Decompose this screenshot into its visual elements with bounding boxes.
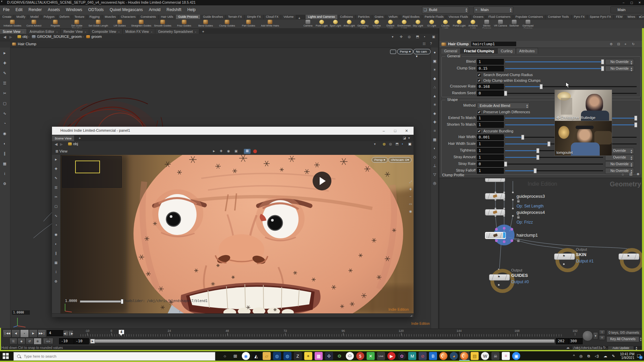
menu-quixel-megascans[interactable]: Quixel Megascans	[107, 5, 146, 12]
shelf-tool-smooth-guides[interactable]: Smooth Guides	[152, 19, 173, 27]
param-extend-to-match-slider-handle[interactable]	[634, 116, 637, 121]
shelf-tab-guide-process[interactable]: Guide Process	[176, 15, 201, 19]
notification-icon[interactable]: ❏ 4	[637, 354, 641, 358]
param-blend-override[interactable]: No Override▲▼	[605, 59, 634, 65]
shelf-tab-fluid-containers[interactable]: Fluid Containers	[486, 15, 513, 19]
chrome-slot[interactable]: ◉	[240, 351, 251, 361]
shelf-tab-populate-containers[interactable]: Populate Containers	[513, 15, 546, 19]
frame-ruler[interactable]: -100244872961201441681924	[74, 329, 567, 338]
select-icon[interactable]: ►	[53, 158, 59, 161]
blue-app-slot[interactable]: ◍	[272, 351, 282, 361]
search-input[interactable]	[23, 354, 199, 359]
pane-split-icon[interactable]: ◪	[403, 136, 406, 140]
param-blend-slider-handle[interactable]	[601, 59, 604, 64]
param-blend-field[interactable]: 1	[477, 59, 504, 65]
paint-app-slot[interactable]: ✦	[303, 351, 313, 361]
cortana-slot[interactable]: ○	[220, 351, 230, 361]
close-tab-icon[interactable]: ×	[195, 31, 197, 34]
favorites-dropdown-icon[interactable]: ▾	[392, 35, 393, 39]
help-icon[interactable]: ?	[430, 42, 432, 46]
param-hair-width-scale-field[interactable]: 1	[477, 141, 504, 147]
ableton-live-slot[interactable]: Live	[376, 351, 386, 361]
taskbar-search[interactable]	[13, 352, 215, 361]
snapshot-icon[interactable]: ◎	[408, 35, 411, 39]
cut-icon[interactable]: ✂	[1, 91, 8, 96]
spinner-icon[interactable]: ▲▼	[630, 149, 633, 154]
viewport-side-icons[interactable]: ⤢✚−▭◉	[408, 178, 413, 215]
maximize-button[interactable]: ▢	[629, 1, 635, 5]
close-tab-icon[interactable]: ×	[118, 31, 120, 34]
close-tab-icon[interactable]: ×	[85, 31, 86, 34]
state-icon[interactable]: ◍	[383, 142, 386, 146]
main-menu-right[interactable]: Main▲▼	[610, 6, 644, 13]
zoom-slot[interactable]: ▣	[511, 351, 522, 361]
minimize-button[interactable]: –	[378, 127, 389, 135]
shelf-tab-guide-brushes[interactable]: Guide Brushes	[201, 15, 226, 19]
memory-icon[interactable]: ☁	[566, 346, 570, 349]
breadcrumb-item-groom[interactable]: groom	[91, 35, 102, 39]
shelf-tab-fem[interactable]: FEM	[614, 15, 625, 19]
shelf-tab-simple-fx[interactable]: Simple FX	[245, 15, 264, 19]
file-explorer-slot[interactable]: ▱	[261, 351, 272, 361]
shelf-tool-initialize-guides[interactable]: Initialize Guides	[2, 19, 23, 27]
dollar-app-slot[interactable]: $	[355, 351, 365, 361]
template-icon[interactable]: ▽	[431, 172, 438, 177]
param-tightness-field[interactable]: 1	[477, 148, 504, 154]
dec-frame-button[interactable]: ◀❘	[63, 330, 68, 337]
shelf-tab-cloud-fx[interactable]: Cloud FX	[264, 15, 281, 19]
blender-slot[interactable]: ◕	[449, 351, 459, 361]
node-output-right-ring[interactable]	[620, 248, 642, 272]
pane-menu-icon[interactable]: ▾	[408, 136, 410, 140]
play-button[interactable]: ▶	[29, 329, 38, 338]
projection-pill[interactable]: Persp ▾	[372, 157, 388, 163]
record-icon[interactable]	[253, 149, 257, 153]
display-icon[interactable]: ◎	[431, 181, 438, 185]
param-random-seed-slider-handle[interactable]	[504, 91, 507, 96]
shelf-tab-rigid-bodies[interactable]: Rigid Bodies	[400, 15, 422, 19]
shelf-tool-portal-light[interactable]: Portal Light	[452, 19, 466, 29]
volume-tray-icon[interactable]: ◁)	[595, 354, 599, 358]
objects-icon[interactable]: ◆	[431, 76, 438, 81]
cut-icon[interactable]: ✂	[53, 195, 59, 199]
display-cube-icon[interactable]: ⬒	[416, 35, 419, 39]
spinner-icon[interactable]: ▲▼	[630, 67, 633, 72]
sculpt-icon[interactable]: ◔	[53, 223, 59, 227]
menu-help[interactable]: Help	[184, 5, 199, 12]
breadcrumb[interactable]: obj	[66, 142, 78, 147]
pin-icon[interactable]: ✜	[400, 35, 402, 39]
ramp-edit-icon[interactable]: ▤	[629, 172, 632, 176]
shelf-tool-gamepad-camera[interactable]: Gamepad Camera	[521, 19, 535, 29]
param-clump-size-field[interactable]: 0.15	[477, 66, 504, 71]
shelf-tool-ambient-light[interactable]: Ambient Light	[466, 19, 480, 29]
network-editor[interactable]: Indie Edition Geometry	[439, 178, 642, 328]
hud-slider-track[interactable]	[80, 300, 123, 303]
param-clump-size-slider-handle[interactable]	[601, 66, 604, 71]
shelf-tool-spot-light[interactable]: Spot Light	[329, 19, 342, 29]
view-menu[interactable]: ≣ View	[55, 149, 67, 154]
shelf-tab-hair-utils[interactable]: Hair Utils	[159, 15, 176, 19]
display-tray-icon[interactable]: ⧉	[587, 354, 590, 358]
comb-icon[interactable]: ☰	[1, 81, 8, 85]
shelf-tab-wires[interactable]: Wires	[625, 15, 638, 19]
clip-toggle-icon[interactable]: ⎘	[9, 338, 17, 345]
shelf-tab-muscles[interactable]: Muscles	[102, 15, 118, 19]
paint-icon[interactable]: ◉	[1, 131, 8, 136]
node-guideprocess3[interactable]	[485, 193, 505, 199]
param-tab-fractal-clumping[interactable]: Fractal Clumping	[461, 48, 497, 54]
favorites-dropdown-icon[interactable]: ▾	[374, 142, 376, 146]
range-end2-field[interactable]: 300	[568, 338, 583, 344]
volumes-icon[interactable]: ◈	[431, 111, 438, 116]
shelf-tab-deform[interactable]: Deform	[57, 15, 72, 19]
breadcrumb-item-groom-source-groom[interactable]: GROOM_SOURCE_groom	[37, 35, 82, 39]
param-hair-width-field[interactable]: 0.001	[477, 134, 504, 140]
menu-odtools[interactable]: ODTools	[85, 5, 107, 12]
clump-profile-label[interactable]: Clump Profile	[442, 173, 464, 177]
node-label[interactable]: guideprocess3	[517, 194, 545, 199]
shelf-menu-icon[interactable]: ▾	[639, 15, 641, 19]
info-icon[interactable]: i	[1, 172, 8, 176]
go-start-button[interactable]: ❘◀◀	[3, 329, 11, 338]
mask-icon[interactable]: ▦	[53, 261, 59, 264]
shelf-tool-gi-light[interactable]: GI Light	[425, 19, 438, 29]
param-tab-curling[interactable]: Curling	[497, 48, 516, 54]
hidden-icons-chevron[interactable]: ^	[573, 354, 575, 358]
